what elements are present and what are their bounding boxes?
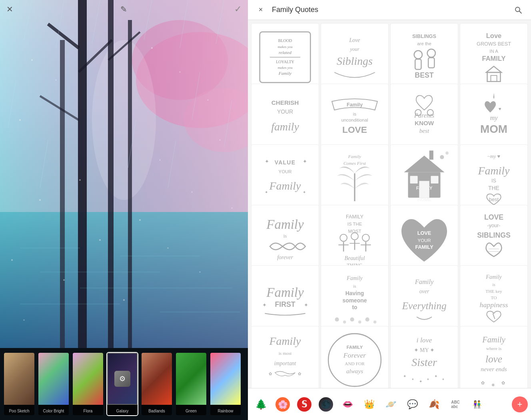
- filter-green[interactable]: Green: [175, 352, 207, 416]
- sticker-forever-always[interactable]: FAMILY Forever AND FOR always: [321, 326, 389, 388]
- svg-point-30: [11, 259, 13, 261]
- sticker-never-ends[interactable]: Family where is love never ends ✿ ❋ ✿: [460, 326, 528, 388]
- sticker-my-family-best[interactable]: ~my ♥ Family IS THE best: [460, 144, 528, 212]
- svg-point-116: [440, 155, 444, 159]
- category-s[interactable]: 𝕊: [294, 392, 314, 416]
- svg-text:✦: ✦: [442, 377, 445, 381]
- svg-text:LOVE: LOVE: [484, 213, 503, 221]
- svg-text:❋: ❋: [491, 383, 495, 387]
- filter-flora[interactable]: Flora: [72, 352, 104, 416]
- svg-text:HOME: HOME: [417, 197, 431, 202]
- add-category-button[interactable]: +: [512, 396, 528, 412]
- svg-text:always: always: [346, 368, 363, 374]
- category-abc[interactable]: ABCabc: [445, 392, 465, 416]
- sticker-value-family[interactable]: ✦ ✦ ✦ ✦ VALUE YOUR Family: [251, 144, 319, 212]
- svg-point-69: [414, 51, 422, 59]
- close-icon[interactable]: ✕: [6, 4, 13, 14]
- svg-rect-9: [108, 0, 114, 348]
- filter-poo-sketch[interactable]: Poo Sketch: [3, 352, 35, 416]
- svg-text:MOM: MOM: [480, 123, 507, 135]
- category-lips[interactable]: 👄: [337, 392, 357, 416]
- svg-marker-78: [486, 66, 501, 72]
- category-portal[interactable]: 🌑: [316, 392, 336, 416]
- svg-text:✦: ✦: [303, 190, 306, 194]
- svg-rect-72: [428, 58, 434, 68]
- svg-text:related: related: [279, 50, 291, 55]
- svg-text:unconditional: unconditional: [341, 118, 368, 122]
- sticker-love-siblings-2[interactable]: LOVE -your- SIBLINGS: [460, 205, 528, 273]
- svg-text:BEST: BEST: [415, 71, 433, 79]
- category-flower[interactable]: 🌸: [273, 392, 293, 416]
- svg-text:Family: Family: [415, 278, 434, 286]
- svg-point-31: [168, 248, 169, 249]
- sticker-love-mom[interactable]: i ♥ my MOM: [460, 84, 528, 152]
- svg-text:✦: ✦: [262, 302, 267, 308]
- svg-text:are the: are the: [417, 41, 431, 46]
- svg-text:Family: Family: [478, 164, 510, 177]
- svg-text:✿: ✿: [298, 372, 301, 376]
- svg-text:never ends: never ends: [481, 366, 507, 372]
- svg-text:✿: ✿: [501, 380, 505, 385]
- sticker-family-home[interactable]: FAMILY IS HOME: [390, 144, 458, 212]
- svg-point-161: [365, 318, 369, 322]
- sticker-love-siblings[interactable]: Love your Siblings: [321, 23, 389, 91]
- svg-text:your: your: [349, 46, 359, 52]
- svg-rect-70: [415, 59, 421, 69]
- abc-category-icon: ABCabc: [448, 397, 463, 412]
- sticker-unconditional-love[interactable]: Family is unconditional LOVE: [321, 84, 389, 152]
- filter-galaxy[interactable]: ⚙ Galaxy: [106, 352, 138, 416]
- svg-text:AND FOR: AND FOR: [345, 361, 365, 366]
- svg-text:-your-: -your-: [487, 223, 500, 228]
- svg-text:love: love: [485, 353, 502, 364]
- svg-text:✦: ✦: [265, 190, 268, 194]
- svg-text:IS: IS: [491, 178, 496, 184]
- sticker-beautiful-thing[interactable]: FAMILY IS THE MOST Beautiful THING: [321, 205, 389, 273]
- svg-text:✦: ✦: [265, 159, 269, 164]
- sticker-love-grows[interactable]: Love GROWS BEST IN A FAMILY: [460, 23, 528, 91]
- search-button[interactable]: [512, 4, 525, 16]
- filter-color-bright[interactable]: Color Bright: [38, 352, 70, 416]
- sticker-family-first-tree[interactable]: Family Comes First: [321, 144, 389, 212]
- svg-text:✦: ✦: [427, 377, 429, 381]
- category-leaf[interactable]: 🍂: [424, 392, 444, 416]
- leaf-category-icon: 🍂: [427, 397, 441, 412]
- filter-badlands[interactable]: Badlands: [141, 352, 173, 416]
- svg-text:FAMILY: FAMILY: [482, 55, 506, 62]
- category-figures[interactable]: 👫: [467, 392, 487, 416]
- sticker-family-forever[interactable]: Family is forever: [251, 205, 319, 273]
- svg-rect-110: [410, 176, 418, 183]
- sticker-most-important[interactable]: Family is most important ✿ ✿: [251, 326, 319, 388]
- panel-close-button[interactable]: ×: [254, 4, 267, 16]
- sticker-family-having[interactable]: Family is Having someone to: [321, 265, 389, 333]
- sticker-siblings-best[interactable]: SIBLINGS are the BEST: [390, 23, 458, 91]
- sticker-family-everything[interactable]: Family over Everything: [390, 265, 458, 333]
- sticker-family-first[interactable]: Family FIRST ✦ ✦: [251, 265, 319, 333]
- svg-text:where is: where is: [486, 346, 502, 350]
- sticker-love-your-family[interactable]: LOVE YOUR FAMILY: [390, 205, 458, 273]
- svg-text:Family: Family: [269, 180, 301, 192]
- svg-point-21: [208, 100, 209, 101]
- svg-text:Sister: Sister: [411, 356, 437, 368]
- svg-text:family: family: [271, 120, 299, 133]
- svg-text:SIBLINGS: SIBLINGS: [412, 34, 436, 39]
- svg-rect-79: [487, 72, 501, 82]
- category-tree[interactable]: 🌲: [251, 392, 271, 416]
- svg-text:Family: Family: [346, 275, 363, 281]
- confirm-icon[interactable]: ✓: [234, 4, 242, 14]
- category-planet[interactable]: 🪐: [381, 392, 401, 416]
- svg-point-27: [192, 192, 193, 193]
- pencil-icon[interactable]: ✎: [120, 4, 127, 14]
- filter-rainbow[interactable]: Rainbow: [210, 352, 242, 416]
- svg-text:Beautiful: Beautiful: [344, 255, 365, 261]
- svg-text:✦ MY ✦: ✦ MY ✦: [414, 347, 435, 353]
- filter-color-bright-label: Color Bright: [38, 405, 69, 416]
- planet-category-icon: 🪐: [383, 397, 398, 412]
- sticker-blood-related[interactable]: BLOOD makes you related LOYALTY makes yo…: [251, 23, 319, 91]
- category-bubble[interactable]: 💬: [402, 392, 422, 416]
- sticker-cherish-family[interactable]: CHERISH YOUR family: [251, 84, 319, 152]
- sticker-love-sister[interactable]: i love ✦ MY ✦ Sister ✦ ✦ ✦ ✦ ✦ ✦: [390, 326, 458, 388]
- svg-text:Everything: Everything: [401, 300, 446, 312]
- category-crown[interactable]: 👑: [359, 392, 379, 416]
- sticker-key-happiness[interactable]: Family is THE key TO happiness: [460, 265, 528, 333]
- sticker-parents-know[interactable]: Parents KNOW best: [390, 84, 458, 152]
